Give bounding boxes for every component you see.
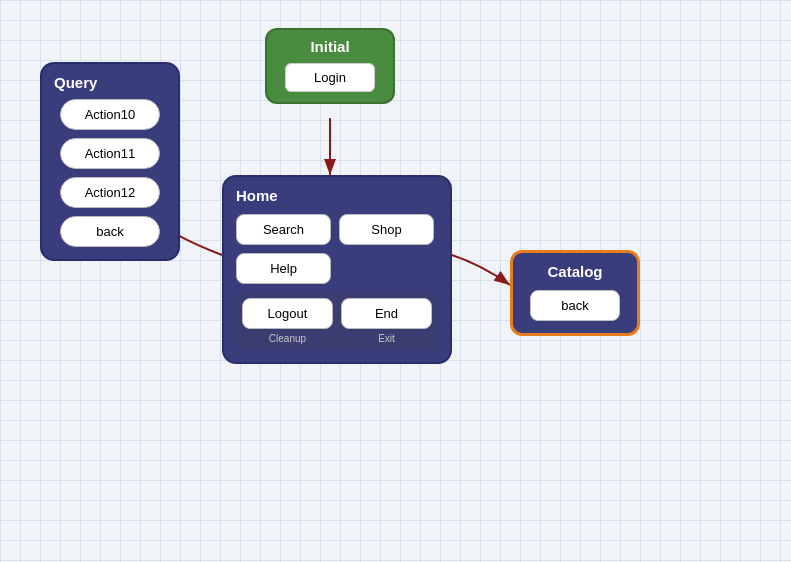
home-bottom-top: Logout End (242, 298, 432, 329)
catalog-node: Catalog back (510, 250, 640, 336)
action10-button[interactable]: Action10 (60, 99, 160, 130)
home-row-1: Search Shop (236, 214, 438, 245)
query-back-button[interactable]: back (60, 216, 160, 247)
search-button[interactable]: Search (236, 214, 331, 245)
help-button[interactable]: Help (236, 253, 331, 284)
action12-button[interactable]: Action12 (60, 177, 160, 208)
logout-button[interactable]: Logout (242, 298, 333, 329)
cleanup-label: Cleanup (242, 333, 333, 344)
home-row-2: Help (236, 253, 438, 284)
query-title: Query (54, 74, 97, 91)
home-sub-labels: Cleanup Exit (242, 333, 432, 344)
home-node: Home Search Shop Help Logout End Cleanup… (222, 175, 452, 364)
initial-node: Initial Login (265, 28, 395, 104)
action11-button[interactable]: Action11 (60, 138, 160, 169)
end-button[interactable]: End (341, 298, 432, 329)
exit-label: Exit (341, 333, 432, 344)
shop-button[interactable]: Shop (339, 214, 434, 245)
initial-title: Initial (310, 38, 349, 55)
query-node: Query Action10 Action11 Action12 back (40, 62, 180, 261)
login-button[interactable]: Login (285, 63, 375, 92)
home-bottom-group: Logout End Cleanup Exit (236, 292, 438, 350)
catalog-title: Catalog (547, 263, 602, 280)
catalog-back-button[interactable]: back (530, 290, 620, 321)
home-title: Home (236, 187, 438, 204)
